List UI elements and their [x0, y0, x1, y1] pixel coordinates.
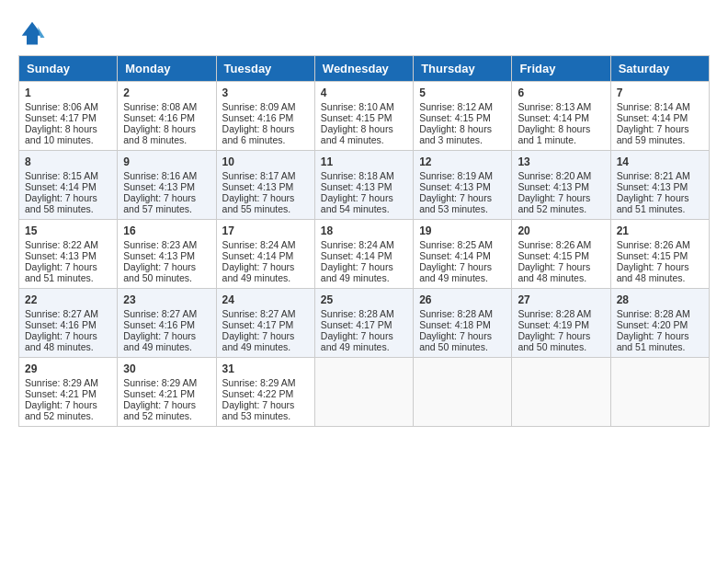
logo-icon	[18, 18, 46, 46]
logo	[18, 18, 50, 46]
calendar-cell: 16 Sunrise: 8:23 AM Sunset: 4:13 PM Dayl…	[118, 220, 216, 289]
calendar-day-header: Tuesday	[216, 56, 314, 82]
sunrise-label: Sunrise: 8:26 AM	[617, 239, 690, 250]
daylight-label: Daylight: 7 hours and 48 minutes.	[518, 261, 590, 283]
day-number: 22	[25, 293, 111, 306]
day-number: 1	[25, 86, 111, 99]
calendar-cell: 27 Sunrise: 8:28 AM Sunset: 4:19 PM Dayl…	[512, 289, 610, 358]
calendar-cell: 6 Sunrise: 8:13 AM Sunset: 4:14 PM Dayli…	[512, 82, 610, 151]
calendar-header-row: SundayMondayTuesdayWednesdayThursdayFrid…	[19, 56, 710, 82]
sunrise-label: Sunrise: 8:22 AM	[25, 239, 98, 250]
daylight-label: Daylight: 8 hours and 6 minutes.	[222, 123, 295, 145]
daylight-label: Daylight: 7 hours and 52 minutes.	[25, 399, 97, 421]
calendar-cell: 10 Sunrise: 8:17 AM Sunset: 4:13 PM Dayl…	[216, 151, 314, 220]
sunrise-label: Sunrise: 8:10 AM	[321, 101, 394, 112]
daylight-label: Daylight: 7 hours and 53 minutes.	[222, 399, 295, 421]
daylight-label: Daylight: 8 hours and 8 minutes.	[123, 123, 196, 145]
sunset-label: Sunset: 4:13 PM	[617, 181, 688, 192]
sunset-label: Sunset: 4:22 PM	[222, 388, 294, 399]
daylight-label: Daylight: 8 hours and 4 minutes.	[321, 123, 393, 145]
calendar-cell: 22 Sunrise: 8:27 AM Sunset: 4:16 PM Dayl…	[19, 289, 118, 358]
sunset-label: Sunset: 4:15 PM	[617, 250, 688, 261]
sunset-label: Sunset: 4:16 PM	[123, 319, 195, 330]
day-number: 28	[617, 293, 703, 306]
calendar-cell: 17 Sunrise: 8:24 AM Sunset: 4:14 PM Dayl…	[216, 220, 314, 289]
daylight-label: Daylight: 7 hours and 54 minutes.	[321, 192, 393, 214]
calendar-cell: 11 Sunrise: 8:18 AM Sunset: 4:13 PM Dayl…	[314, 151, 413, 220]
daylight-label: Daylight: 7 hours and 51 minutes.	[617, 330, 689, 352]
calendar-week-row: 29 Sunrise: 8:29 AM Sunset: 4:21 PM Dayl…	[19, 358, 710, 427]
day-number: 15	[25, 224, 111, 237]
day-number: 14	[617, 155, 703, 168]
calendar-week-row: 15 Sunrise: 8:22 AM Sunset: 4:13 PM Dayl…	[19, 220, 710, 289]
daylight-label: Daylight: 7 hours and 51 minutes.	[25, 261, 97, 283]
sunrise-label: Sunrise: 8:27 AM	[25, 308, 98, 319]
day-number: 2	[123, 86, 210, 99]
sunrise-label: Sunrise: 8:09 AM	[222, 101, 296, 112]
day-number: 26	[419, 293, 506, 306]
calendar-cell	[610, 358, 709, 427]
sunrise-label: Sunrise: 8:28 AM	[321, 308, 394, 319]
day-number: 19	[419, 224, 506, 237]
sunrise-label: Sunrise: 8:29 AM	[25, 377, 98, 388]
sunset-label: Sunset: 4:13 PM	[518, 181, 589, 192]
daylight-label: Daylight: 7 hours and 50 minutes.	[518, 330, 590, 352]
day-number: 6	[518, 86, 604, 99]
calendar-cell: 1 Sunrise: 8:06 AM Sunset: 4:17 PM Dayli…	[19, 82, 118, 151]
calendar-cell: 7 Sunrise: 8:14 AM Sunset: 4:14 PM Dayli…	[610, 82, 709, 151]
calendar-cell: 31 Sunrise: 8:29 AM Sunset: 4:22 PM Dayl…	[216, 358, 314, 427]
day-number: 24	[222, 293, 309, 306]
day-number: 9	[123, 155, 210, 168]
calendar-cell: 5 Sunrise: 8:12 AM Sunset: 4:15 PM Dayli…	[414, 82, 512, 151]
sunrise-label: Sunrise: 8:24 AM	[222, 239, 296, 250]
calendar: SundayMondayTuesdayWednesdayThursdayFrid…	[18, 55, 710, 427]
sunrise-label: Sunrise: 8:14 AM	[617, 101, 690, 112]
calendar-cell: 28 Sunrise: 8:28 AM Sunset: 4:20 PM Dayl…	[610, 289, 709, 358]
daylight-label: Daylight: 7 hours and 50 minutes.	[123, 261, 196, 283]
sunset-label: Sunset: 4:18 PM	[419, 319, 491, 330]
sunrise-label: Sunrise: 8:15 AM	[25, 170, 98, 181]
daylight-label: Daylight: 7 hours and 52 minutes.	[518, 192, 590, 214]
day-number: 20	[518, 224, 604, 237]
sunrise-label: Sunrise: 8:19 AM	[419, 170, 493, 181]
calendar-cell: 18 Sunrise: 8:24 AM Sunset: 4:14 PM Dayl…	[314, 220, 413, 289]
daylight-label: Daylight: 7 hours and 58 minutes.	[25, 192, 97, 214]
sunset-label: Sunset: 4:13 PM	[321, 181, 392, 192]
daylight-label: Daylight: 7 hours and 55 minutes.	[222, 192, 295, 214]
calendar-cell: 25 Sunrise: 8:28 AM Sunset: 4:17 PM Dayl…	[314, 289, 413, 358]
day-number: 29	[25, 362, 111, 375]
sunrise-label: Sunrise: 8:21 AM	[617, 170, 690, 181]
sunrise-label: Sunrise: 8:06 AM	[25, 101, 98, 112]
calendar-week-row: 1 Sunrise: 8:06 AM Sunset: 4:17 PM Dayli…	[19, 82, 710, 151]
daylight-label: Daylight: 8 hours and 10 minutes.	[25, 123, 97, 145]
calendar-cell: 26 Sunrise: 8:28 AM Sunset: 4:18 PM Dayl…	[414, 289, 512, 358]
daylight-label: Daylight: 7 hours and 53 minutes.	[419, 192, 492, 214]
day-number: 17	[222, 224, 309, 237]
daylight-label: Daylight: 7 hours and 49 minutes.	[222, 330, 295, 352]
daylight-label: Daylight: 8 hours and 3 minutes.	[419, 123, 492, 145]
calendar-day-header: Wednesday	[314, 56, 413, 82]
day-number: 18	[321, 224, 407, 237]
sunset-label: Sunset: 4:15 PM	[321, 112, 392, 123]
sunset-label: Sunset: 4:17 PM	[25, 112, 97, 123]
calendar-cell: 3 Sunrise: 8:09 AM Sunset: 4:16 PM Dayli…	[216, 82, 314, 151]
calendar-cell: 14 Sunrise: 8:21 AM Sunset: 4:13 PM Dayl…	[610, 151, 709, 220]
calendar-day-header: Monday	[118, 56, 216, 82]
calendar-cell: 2 Sunrise: 8:08 AM Sunset: 4:16 PM Dayli…	[118, 82, 216, 151]
calendar-cell: 12 Sunrise: 8:19 AM Sunset: 4:13 PM Dayl…	[414, 151, 512, 220]
sunset-label: Sunset: 4:13 PM	[123, 181, 195, 192]
daylight-label: Daylight: 7 hours and 51 minutes.	[617, 192, 689, 214]
sunrise-label: Sunrise: 8:18 AM	[321, 170, 394, 181]
sunrise-label: Sunrise: 8:28 AM	[617, 308, 690, 319]
sunrise-label: Sunrise: 8:29 AM	[222, 377, 296, 388]
sunrise-label: Sunrise: 8:27 AM	[222, 308, 296, 319]
calendar-cell: 9 Sunrise: 8:16 AM Sunset: 4:13 PM Dayli…	[118, 151, 216, 220]
sunset-label: Sunset: 4:16 PM	[222, 112, 294, 123]
calendar-cell: 29 Sunrise: 8:29 AM Sunset: 4:21 PM Dayl…	[19, 358, 118, 427]
day-number: 12	[419, 155, 506, 168]
sunrise-label: Sunrise: 8:16 AM	[123, 170, 197, 181]
sunrise-label: Sunrise: 8:17 AM	[222, 170, 296, 181]
sunrise-label: Sunrise: 8:26 AM	[518, 239, 591, 250]
sunset-label: Sunset: 4:16 PM	[25, 319, 97, 330]
day-number: 13	[518, 155, 604, 168]
